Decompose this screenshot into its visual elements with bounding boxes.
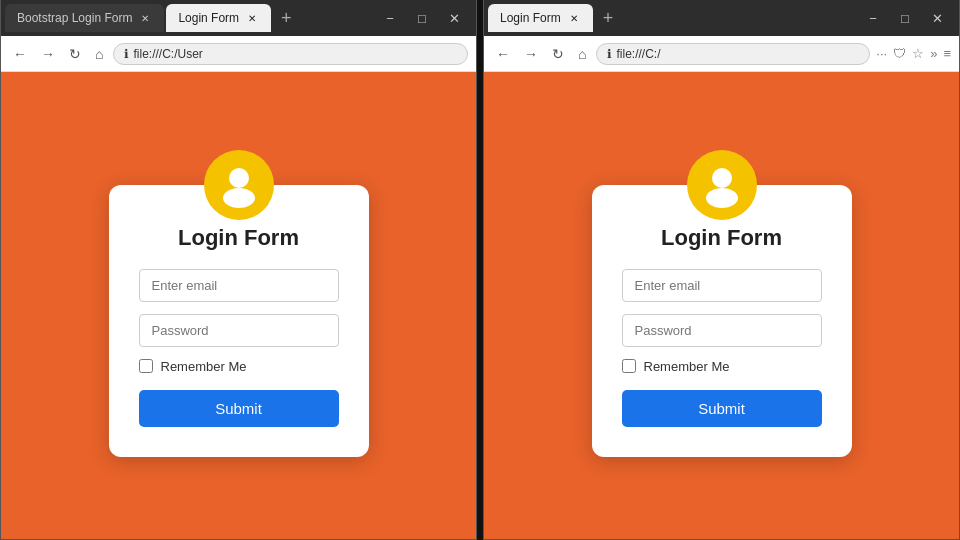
left-tab-bootstrap[interactable]: Bootstrap Login Form ✕ [5, 4, 164, 32]
left-tab-bootstrap-close[interactable]: ✕ [138, 11, 152, 25]
left-form-title: Login Form [139, 225, 339, 251]
svg-point-1 [223, 188, 255, 208]
left-secure-icon: ℹ [124, 47, 129, 61]
left-maximize-button[interactable]: □ [412, 11, 432, 26]
right-remember-checkbox[interactable] [622, 359, 636, 373]
left-window-controls: − □ ✕ [380, 11, 472, 26]
right-close-button[interactable]: ✕ [927, 11, 947, 26]
right-form-title: Login Form [622, 225, 822, 251]
right-home-button[interactable]: ⌂ [574, 44, 590, 64]
left-address-bar: ← → ↻ ⌂ ℹ file:///C:/User [1, 36, 476, 72]
right-tab-loginform-label: Login Form [500, 11, 561, 25]
left-tab-loginform-label: Login Form [178, 11, 239, 25]
right-menu-icon[interactable]: ≡ [943, 46, 951, 61]
svg-point-3 [706, 188, 738, 208]
right-user-icon [697, 160, 747, 210]
left-page-content: Login Form Remember Me Submit [1, 72, 476, 539]
right-browser-window: Login Form ✕ + − □ ✕ ← → ↻ ⌂ ℹ file:///C… [483, 0, 960, 540]
left-tab-bar: Bootstrap Login Form ✕ Login Form ✕ + − … [1, 0, 476, 36]
right-tab-bar: Login Form ✕ + − □ ✕ [484, 0, 959, 36]
right-tab-loginform-close[interactable]: ✕ [567, 11, 581, 25]
right-address-bar: ← → ↻ ⌂ ℹ file:///C:/ ··· 🛡 ☆ » ≡ [484, 36, 959, 72]
right-remember-label: Remember Me [644, 359, 730, 374]
left-remember-checkbox[interactable] [139, 359, 153, 373]
right-url-bar[interactable]: ℹ file:///C:/ [596, 43, 870, 65]
right-login-card: Login Form Remember Me Submit [592, 185, 852, 457]
left-remember-label: Remember Me [161, 359, 247, 374]
left-tab-loginform[interactable]: Login Form ✕ [166, 4, 271, 32]
right-page-content: Login Form Remember Me Submit [484, 72, 959, 539]
left-avatar [204, 150, 274, 220]
left-refresh-button[interactable]: ↻ [65, 44, 85, 64]
right-secure-icon: ℹ [607, 47, 612, 61]
left-url-bar[interactable]: ℹ file:///C:/User [113, 43, 468, 65]
right-password-input[interactable] [622, 314, 822, 347]
left-submit-button[interactable]: Submit [139, 390, 339, 427]
left-tab-bootstrap-label: Bootstrap Login Form [17, 11, 132, 25]
left-new-tab-button[interactable]: + [273, 8, 300, 29]
right-shield-icon: 🛡 [893, 46, 906, 61]
left-url-text: file:///C:/User [133, 47, 202, 61]
right-submit-button[interactable]: Submit [622, 390, 822, 427]
right-url-text: file:///C:/ [616, 47, 660, 61]
right-tab-loginform[interactable]: Login Form ✕ [488, 4, 593, 32]
right-email-input[interactable] [622, 269, 822, 302]
left-forward-button[interactable]: → [37, 44, 59, 64]
right-maximize-button[interactable]: □ [895, 11, 915, 26]
left-user-icon [214, 160, 264, 210]
right-back-button[interactable]: ← [492, 44, 514, 64]
svg-point-2 [712, 168, 732, 188]
left-close-button[interactable]: ✕ [444, 11, 464, 26]
right-remember-row: Remember Me [622, 359, 822, 374]
right-refresh-button[interactable]: ↻ [548, 44, 568, 64]
right-new-tab-button[interactable]: + [595, 8, 622, 29]
right-avatar-wrapper [687, 150, 757, 220]
left-email-input[interactable] [139, 269, 339, 302]
left-tab-loginform-close[interactable]: ✕ [245, 11, 259, 25]
right-window-controls: − □ ✕ [863, 11, 955, 26]
left-password-input[interactable] [139, 314, 339, 347]
right-minimize-button[interactable]: − [863, 11, 883, 26]
left-minimize-button[interactable]: − [380, 11, 400, 26]
right-avatar [687, 150, 757, 220]
left-remember-row: Remember Me [139, 359, 339, 374]
right-more-icon[interactable]: ··· [876, 46, 887, 61]
right-extend-icon[interactable]: » [930, 46, 937, 61]
left-browser-window: Bootstrap Login Form ✕ Login Form ✕ + − … [0, 0, 477, 540]
right-forward-button[interactable]: → [520, 44, 542, 64]
left-home-button[interactable]: ⌂ [91, 44, 107, 64]
left-avatar-wrapper [204, 150, 274, 220]
left-back-button[interactable]: ← [9, 44, 31, 64]
left-login-card: Login Form Remember Me Submit [109, 185, 369, 457]
right-star-icon[interactable]: ☆ [912, 46, 924, 61]
right-address-icons: ··· 🛡 ☆ » ≡ [876, 46, 951, 61]
svg-point-0 [229, 168, 249, 188]
